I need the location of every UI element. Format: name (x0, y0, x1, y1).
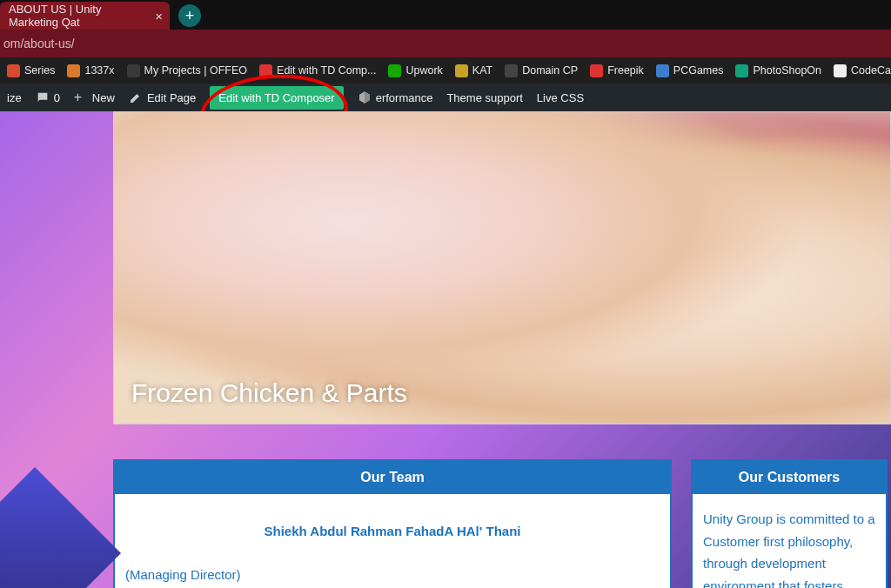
bookmark-favicon (834, 64, 847, 77)
plus-icon: + (74, 90, 88, 104)
bookmark-favicon (67, 64, 80, 77)
our-team-heading: Our Team (115, 461, 670, 494)
bookmark-label: My Projects | OFFEO (144, 64, 248, 77)
wp-new[interactable]: + New (74, 90, 115, 104)
cube-icon (358, 90, 372, 104)
bookmark-item[interactable]: CodeCanyon (834, 64, 891, 77)
wp-performance[interactable]: erformance (358, 90, 433, 104)
wp-comments[interactable]: 0 (36, 90, 60, 104)
our-team-box: Our Team Shiekh Abdul Rahman FahadA HAl'… (113, 459, 672, 588)
hero-title: Frozen Chicken & Parts (131, 378, 407, 408)
bookmark-label: Upwork (405, 64, 442, 77)
bookmark-item[interactable]: 1337x (67, 64, 114, 77)
wp-performance-label: erformance (376, 91, 433, 104)
wp-live-css-label: Live CSS (537, 91, 584, 104)
our-customers-heading: Our Customers (693, 461, 886, 494)
bookmark-label: PhotoShopOn (753, 64, 821, 77)
bookmark-item[interactable]: PCGames (656, 64, 724, 77)
bookmark-label: Domain CP (522, 64, 578, 77)
bookmark-favicon (127, 64, 140, 77)
browser-tabstrip: ABOUT US | Unity Marketing Qat × + (0, 0, 891, 30)
wp-live-css[interactable]: Live CSS (537, 91, 584, 104)
bookmark-label: Series (24, 64, 55, 77)
pencil-icon (129, 90, 143, 104)
our-team-body: Shiekh Abdul Rahman FahadA HAl' Thani (M… (115, 494, 670, 588)
page-content: Frozen Chicken & Parts Our Team Shiekh A… (113, 111, 891, 588)
td-composer-button[interactable]: Edit with TD Composer (210, 86, 343, 110)
bookmark-favicon (259, 64, 272, 77)
bookmark-label: 1337x (84, 64, 114, 77)
bookmark-label: CodeCanyon (851, 64, 891, 77)
bookmark-item[interactable]: My Projects | OFFEO (127, 64, 248, 77)
columns: Our Team Shiekh Abdul Rahman FahadA HAl'… (113, 459, 891, 588)
bookmark-favicon (388, 64, 401, 77)
new-tab-button[interactable]: + (178, 4, 201, 27)
bookmark-favicon (455, 64, 468, 77)
browser-urlbar[interactable]: om/about-us/ (0, 30, 891, 57)
wp-comment-count: 0 (54, 91, 60, 104)
bookmark-label: Edit with TD Comp... (277, 64, 376, 77)
team-member-name: Shiekh Abdul Rahman FahadA HAl' Thani (125, 520, 660, 543)
tab-title: ABOUT US | Unity Marketing Qat (9, 3, 143, 29)
bookmark-item[interactable]: Series (7, 64, 55, 77)
bookmark-item[interactable]: Domain CP (505, 64, 578, 77)
wp-customize-label: ize (7, 91, 22, 104)
wp-theme-support[interactable]: Theme support (446, 91, 522, 104)
close-tab-icon[interactable]: × (155, 9, 163, 23)
bookmark-favicon (735, 64, 748, 77)
bookmark-label: KAT (472, 64, 492, 77)
bookmark-bar: Series1337xMy Projects | OFFEOEdit with … (0, 57, 891, 84)
hero-image: Frozen Chicken & Parts (113, 111, 891, 424)
bookmark-item[interactable]: KAT (455, 64, 492, 77)
our-customers-box: Our Customers Unity Group is committed t… (691, 459, 888, 588)
bookmark-label: PCGames (673, 64, 724, 77)
page-background: Frozen Chicken & Parts Our Team Shiekh A… (0, 111, 891, 588)
team-member-role: (Managing Director) (125, 564, 660, 586)
wp-edit-page-label: Edit Page (147, 91, 196, 104)
bookmark-item[interactable]: Upwork (388, 64, 442, 77)
bookmark-favicon (656, 64, 669, 77)
wp-new-label: New (92, 91, 115, 104)
bookmark-favicon (7, 64, 20, 77)
bookmark-label: Freepik (607, 64, 644, 77)
wp-edit-page[interactable]: Edit Page (129, 90, 196, 104)
browser-tab-active[interactable]: ABOUT US | Unity Marketing Qat × (0, 2, 170, 30)
wp-admin-bar: ize 0 + New Edit Page Edit with TD Compo… (0, 84, 891, 111)
our-customers-body: Unity Group is committed to a Customer f… (693, 494, 886, 588)
url-text: om/about-us/ (3, 37, 75, 50)
bookmark-item[interactable]: Freepik (590, 64, 644, 77)
bookmark-item[interactable]: PhotoShopOn (735, 64, 821, 77)
comment-icon (36, 90, 50, 104)
bookmark-favicon (590, 64, 603, 77)
wp-theme-support-label: Theme support (446, 91, 522, 104)
wp-customize[interactable]: ize (7, 91, 22, 104)
bookmark-item[interactable]: Edit with TD Comp... (259, 64, 376, 77)
td-composer-label: Edit with TD Composer (218, 91, 334, 104)
bookmark-favicon (505, 64, 518, 77)
